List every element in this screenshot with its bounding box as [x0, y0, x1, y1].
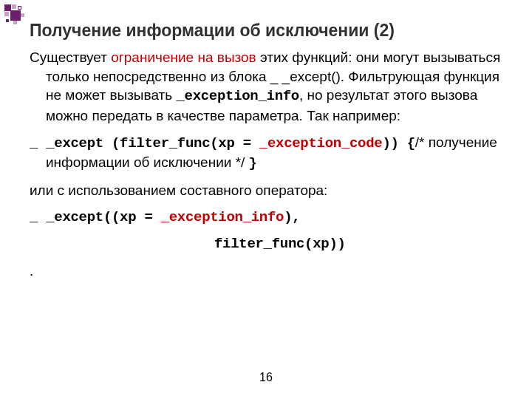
slide-title: Получение информации об исключении (2): [30, 21, 502, 41]
corner-ornament: [4, 4, 27, 27]
paragraph-2: или с использованием составного оператор…: [30, 181, 502, 200]
c2-c: ),: [284, 209, 300, 225]
c1-b: _exception_code: [259, 135, 383, 151]
trailing-dot: .: [30, 262, 502, 281]
slide: Получение информации об исключении (2) С…: [0, 0, 532, 399]
p1-code: _exception_info: [176, 88, 299, 104]
c2-b: _exception_info: [161, 209, 284, 225]
code-example-1: _ _except (filter_func(xp = _exception_c…: [30, 133, 502, 174]
code-example-2-line2: filter_func(xp)): [30, 235, 502, 254]
slide-body: Существует ограничение на вызов этих фун…: [30, 48, 502, 280]
c1-a: _ _except (filter_func(xp =: [30, 135, 259, 151]
c1-c: )) {: [382, 135, 415, 151]
paragraph-1: Существует ограничение на вызов этих фун…: [30, 48, 502, 126]
p1-highlight: ограничение на вызов: [111, 50, 256, 65]
p1-pre: Существует: [30, 50, 111, 65]
c1-d: }: [249, 155, 257, 171]
page-number: 16: [0, 371, 532, 384]
c2-a: _ _except((xp =: [30, 209, 161, 225]
code-example-2-line1: _ _except((xp = _exception_info),: [30, 207, 502, 228]
